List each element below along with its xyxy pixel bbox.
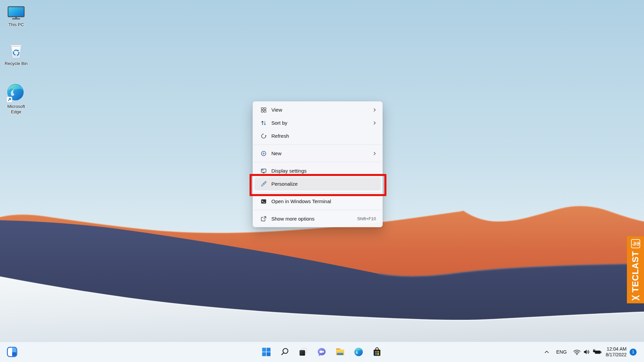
view-icon bbox=[260, 107, 267, 113]
chevron-right-icon bbox=[373, 152, 376, 156]
windows-start-icon bbox=[262, 347, 271, 357]
desktop-icon-label: Microsoft Edge bbox=[5, 104, 27, 115]
menu-item-sort-by[interactable]: Sort by bbox=[255, 116, 381, 129]
watermark-banner: TECLAST bbox=[627, 236, 644, 303]
language-indicator[interactable]: ENG bbox=[555, 349, 568, 355]
menu-item-view[interactable]: View bbox=[255, 103, 381, 116]
edge-icon bbox=[1, 83, 32, 103]
show-hidden-icons-button[interactable] bbox=[542, 345, 551, 359]
new-icon bbox=[260, 150, 267, 157]
widgets-button[interactable] bbox=[5, 345, 19, 359]
menu-separator bbox=[254, 162, 382, 162]
menu-item-refresh[interactable]: Refresh bbox=[255, 129, 381, 142]
clock[interactable]: 12:04 AM 8/17/2022 bbox=[606, 346, 627, 358]
this-pc-icon bbox=[1, 3, 32, 21]
menu-item-shortcut: Shift+F10 bbox=[357, 216, 376, 221]
taskbar-center-icons bbox=[259, 345, 384, 359]
recycle-bin-icon bbox=[1, 42, 32, 60]
taskbar: ENG bbox=[0, 342, 644, 362]
wifi-icon bbox=[573, 348, 581, 356]
menu-item-label: View bbox=[271, 107, 282, 113]
notification-badge[interactable]: 1 bbox=[630, 349, 637, 356]
menu-separator bbox=[254, 210, 382, 210]
chat-icon bbox=[317, 347, 327, 357]
search-icon bbox=[280, 347, 290, 357]
sort-icon bbox=[260, 120, 267, 126]
chat-button[interactable] bbox=[314, 345, 329, 359]
file-explorer-button[interactable] bbox=[333, 345, 347, 359]
show-more-options-icon bbox=[260, 216, 267, 222]
menu-item-label: Show more options bbox=[271, 216, 314, 222]
chevron-right-icon bbox=[373, 108, 376, 112]
menu-item-personalize[interactable]: Personalize bbox=[255, 177, 381, 190]
task-view-icon bbox=[298, 347, 308, 357]
volume-button[interactable] bbox=[582, 345, 592, 359]
clock-time: 12:04 AM bbox=[606, 346, 627, 352]
menu-separator bbox=[254, 192, 382, 193]
terminal-icon bbox=[260, 198, 267, 205]
teclast-logo-icon bbox=[632, 295, 640, 301]
desktop-icon-recycle-bin[interactable]: Recycle Bin bbox=[1, 42, 32, 66]
microsoft-store-icon bbox=[372, 347, 382, 357]
desktop-icon-this-pc[interactable]: This PC bbox=[1, 3, 32, 27]
menu-item-display-settings[interactable]: Display settings bbox=[255, 164, 381, 177]
menu-item-label: Open in Windows Terminal bbox=[271, 198, 331, 204]
file-explorer-icon bbox=[335, 347, 345, 357]
desktop-icon-label: Recycle Bin bbox=[1, 61, 31, 66]
chevron-right-icon bbox=[373, 121, 376, 125]
task-view-button[interactable] bbox=[296, 345, 311, 359]
watermark-content: TECLAST bbox=[627, 236, 644, 303]
menu-item-label: Refresh bbox=[271, 133, 289, 139]
edge-button[interactable] bbox=[351, 345, 366, 359]
menu-item-label: Personalize bbox=[271, 181, 298, 187]
system-tray: ENG bbox=[542, 342, 644, 362]
watermark-brand: TECLAST bbox=[630, 251, 641, 292]
menu-item-label: Display settings bbox=[271, 168, 307, 174]
teclast-cjk-badge-icon bbox=[631, 239, 641, 248]
refresh-icon bbox=[260, 133, 267, 139]
desktop: This PC Recycle Bin bbox=[0, 0, 644, 362]
menu-item-open-in-windows-terminal[interactable]: Open in Windows Terminal bbox=[255, 195, 381, 208]
desktop-context-menu: View Sort by Refresh bbox=[253, 101, 383, 227]
menu-item-label: Sort by bbox=[271, 120, 287, 126]
chevron-up-icon bbox=[544, 350, 549, 354]
search-button[interactable] bbox=[277, 345, 292, 359]
wifi-button[interactable] bbox=[572, 345, 582, 359]
start-button[interactable] bbox=[259, 345, 274, 359]
personalize-icon bbox=[260, 181, 267, 187]
menu-separator bbox=[254, 144, 382, 145]
battery-charging-icon bbox=[592, 349, 602, 355]
speaker-icon bbox=[583, 348, 591, 356]
menu-item-label: New bbox=[271, 150, 281, 156]
store-button[interactable] bbox=[370, 345, 384, 359]
display-settings-icon bbox=[260, 168, 267, 174]
menu-item-show-more-options[interactable]: Show more options Shift+F10 bbox=[255, 212, 381, 225]
menu-item-new[interactable]: New bbox=[255, 147, 381, 160]
clock-date: 8/17/2022 bbox=[606, 352, 627, 358]
desktop-icon-label: This PC bbox=[1, 22, 31, 27]
desktop-icon-microsoft-edge[interactable]: Microsoft Edge bbox=[1, 83, 32, 115]
edge-icon bbox=[354, 347, 364, 357]
widgets-icon bbox=[7, 347, 17, 357]
battery-button[interactable] bbox=[592, 345, 602, 359]
